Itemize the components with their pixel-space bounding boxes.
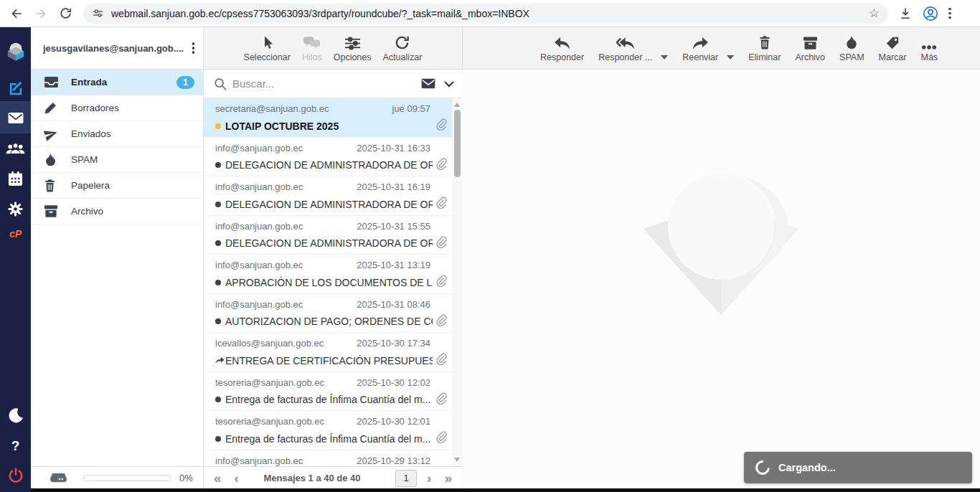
browser-refresh-button[interactable] [53,1,77,26]
pencil-icon [44,101,60,115]
search-scope-envelope-icon[interactable] [420,77,436,90]
message-date: 2025-10-30 12:02 [357,377,430,388]
message-date: jue 09:57 [392,103,431,114]
reply-all-dropdown-caret[interactable] [661,55,668,60]
message-row[interactable]: info@sanjuan.gob.ec2025-10-29 13:12 [204,450,452,467]
mark-button[interactable]: Marcar [879,34,907,62]
attachment-paperclip-icon [435,314,448,329]
mail-toolbar: Seleccionar Hilos Opciones Actualizar Re… [204,27,980,70]
search-input[interactable] [232,77,420,90]
list-scrollbar[interactable] [452,98,462,466]
account-email: jesusgavilanes@sanjuan.gob.... [43,43,192,54]
message-row[interactable]: info@sanjuan.gob.ec2025-10-31 15:55 DELE… [204,216,452,255]
url-bar[interactable]: webmail.sanjuan.gob.ec/cpsess7753063093/… [83,4,888,24]
url-text[interactable]: webmail.sanjuan.gob.ec/cpsess7753063093/… [111,8,869,19]
archive-button[interactable]: Archivo [795,34,825,62]
bottom-edge-strip [31,488,980,492]
folder-label: Enviados [71,128,194,139]
message-row[interactable]: lcevallos@sanjuan.gob.ec2025-10-30 17:34… [204,333,452,372]
message-row[interactable]: info@sanjuan.gob.ec2025-10-31 16:33 DELE… [204,138,452,177]
nav-cpanel-button[interactable]: cP [0,227,31,241]
message-subject: DELEGACION DE ADMINISTRADORA DE OR... [225,199,433,210]
nav-calendar-button[interactable] [0,169,31,188]
nav-compose-button[interactable] [0,77,31,98]
refresh-button[interactable]: Actualizar [383,34,423,62]
browser-back-button[interactable] [4,1,29,26]
calendar-icon [8,171,23,186]
spam-button[interactable]: SPAM [839,34,864,62]
browser-forward-button[interactable] [29,1,53,26]
message-row[interactable]: tesoreria@sanjuan.gob.ec2025-10-30 12:01… [204,411,452,450]
folder-label: SPAM [71,154,194,165]
sidebar-item-archivo[interactable]: Archivo [31,199,203,224]
more-button[interactable]: Más [920,34,938,62]
options-button[interactable]: Opciones [334,34,372,62]
page-number-input[interactable]: 1 [395,470,417,487]
nav-mail-button[interactable] [0,108,31,127]
attachment-paperclip-icon [435,353,448,368]
scrollbar-up-arrow[interactable] [454,103,460,107]
download-icon[interactable] [898,6,913,21]
message-row[interactable]: info@sanjuan.gob.ec2025-10-31 16:19 DELE… [204,176,452,216]
sidebar-item-borradores[interactable]: Borradores [31,95,203,121]
sidebar-item-enviados[interactable]: Enviados [31,121,203,147]
sidebar-item-papelera[interactable]: Papelera [31,173,203,199]
message-row[interactable]: info@sanjuan.gob.ec2025-10-31 13:19 APRO… [204,255,452,294]
unread-count-badge: 1 [176,76,194,89]
search-options-chevron-icon[interactable] [443,80,455,87]
roundcube-logo [0,39,31,65]
bookmark-star-icon[interactable]: ☆ [869,6,880,21]
nav-contacts-button[interactable] [0,139,31,158]
attachment-paperclip-icon [435,431,448,446]
nav-logout-button[interactable] [0,466,31,485]
message-date: 2025-10-31 13:19 [357,260,430,270]
trash-icon [758,34,771,50]
message-status-icon [215,240,225,246]
message-date: 2025-10-31 16:19 [357,181,430,192]
browser-menu-icon[interactable] [948,8,951,19]
nav-settings-button[interactable] [0,199,31,218]
delete-button[interactable]: Eliminar [748,34,781,62]
compose-icon [7,79,24,96]
loading-toast: Cargando... [744,452,972,483]
reply-button[interactable]: Responder [540,34,584,62]
scrollbar-down-arrow[interactable] [454,458,460,462]
site-settings-icon[interactable] [92,7,104,19]
message-subject: Entrega de facturas de Ínfima Cuantía de… [225,433,433,445]
reply-all-button[interactable]: Responder ... [598,34,652,62]
select-button[interactable]: Seleccionar [244,34,291,62]
message-row[interactable]: secretaria@sanjuan.gob.ecjue 09:57 LOTAI… [204,98,452,138]
archive-icon [803,34,818,50]
account-header: jesusgavilanes@sanjuan.gob.... [31,27,203,70]
nav-darkmode-button[interactable] [0,406,31,425]
message-sender: info@sanjuan.gob.ec [215,221,303,232]
scrollbar-thumb[interactable] [454,110,461,177]
message-list-panel: secretaria@sanjuan.gob.ecjue 09:57 LOTAI… [204,70,462,492]
last-page-button[interactable]: » [444,471,452,485]
storage-disk-icon [50,472,67,484]
profile-icon[interactable] [923,6,938,22]
search-bar [204,70,462,98]
attachment-paperclip-icon [435,158,448,173]
sidebar-item-spam[interactable]: SPAM [31,147,203,173]
logo-cube-icon [4,40,27,63]
message-date: 2025-10-30 17:34 [357,338,430,349]
forward-button[interactable]: Reenviar [682,34,718,62]
message-row[interactable]: tesoreria@sanjuan.gob.ec2025-10-30 12:02… [204,372,452,412]
paper-plane-icon [44,127,60,141]
spinner-icon [753,458,773,478]
message-subject: APROBACIÓN DE LOS DOCUMENTOS DE LA... [225,277,433,288]
search-icon [214,77,227,90]
message-subject: Entrega de facturas de Ínfima Cuantía de… [225,394,433,405]
nav-help-button[interactable]: ? [0,437,31,455]
forward-arrow-icon [34,6,48,21]
next-page-button[interactable]: › [427,471,431,485]
message-sender: info@sanjuan.gob.ec [215,181,303,192]
message-row[interactable]: info@sanjuan.gob.ec2025-10-31 08:46 AUTO… [204,294,452,333]
threads-button[interactable]: Hilos [302,34,322,62]
account-menu-icon[interactable] [192,42,195,54]
message-date: 2025-10-31 08:46 [357,299,430,310]
first-page-button[interactable]: « [214,471,222,485]
forward-dropdown-caret[interactable] [727,55,734,60]
sidebar-item-entrada[interactable]: Entrada 1 [31,70,203,95]
